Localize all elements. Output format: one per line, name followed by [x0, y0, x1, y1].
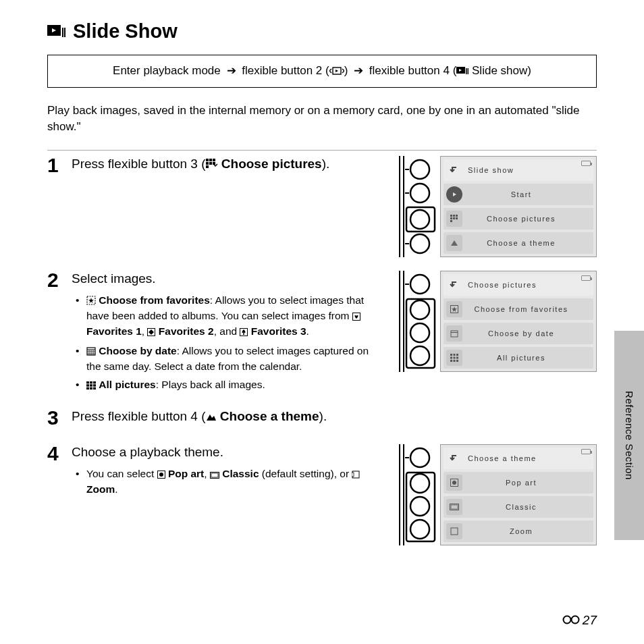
step-3: 3 Press flexible button 4 ( Choose a the…	[47, 403, 597, 433]
svg-point-17	[410, 160, 429, 179]
svg-rect-77	[211, 473, 218, 477]
camera-screen: Choose a theme Pop art Classic Zoom	[440, 444, 597, 545]
slideshow-small-icon	[456, 65, 468, 79]
step-text: Choose a playback theme.	[72, 444, 381, 461]
choose-pictures-icon	[206, 157, 218, 174]
bullet-choose-favorites: Choose from favorites: Allows you to sel…	[86, 294, 381, 340]
svg-rect-65	[450, 354, 452, 356]
menu-label: Start	[468, 190, 593, 198]
svg-rect-46	[86, 381, 89, 383]
camera-side-buttons	[387, 444, 436, 548]
menu-item-favorites[interactable]: Choose from favorites	[444, 298, 593, 320]
svg-rect-29	[450, 217, 452, 219]
page-title-row: Slide Show	[47, 20, 597, 43]
popart-icon	[446, 475, 462, 491]
menu-item-date[interactable]: Choose by date	[444, 323, 593, 344]
svg-rect-8	[466, 68, 467, 74]
zoom-icon	[446, 523, 462, 539]
svg-rect-90	[451, 528, 458, 535]
svg-rect-32	[450, 220, 452, 222]
svg-point-60	[410, 346, 429, 365]
svg-rect-26	[450, 215, 452, 217]
svg-rect-30	[453, 217, 455, 219]
menu-item-classic[interactable]: Classic	[444, 496, 593, 518]
grid-icon	[446, 211, 462, 227]
menu-header: Choose a theme	[444, 448, 593, 469]
page-number: 27	[562, 613, 597, 628]
calendar-small-icon	[446, 325, 462, 342]
menu-item-popart[interactable]: Pop art	[444, 472, 593, 493]
svg-rect-48	[93, 381, 96, 383]
menu-item-zoom[interactable]: Zoom	[444, 520, 593, 542]
svg-rect-16	[206, 165, 209, 168]
play-icon	[446, 186, 462, 203]
theme-icon	[446, 235, 462, 251]
spade-icon	[240, 326, 248, 340]
svg-rect-47	[90, 381, 92, 383]
menu-item-all[interactable]: All pictures	[444, 347, 593, 369]
menu-item-start[interactable]: Start	[444, 184, 593, 205]
side-tab-label: Reference Section	[624, 391, 635, 480]
svg-rect-69	[454, 356, 456, 358]
svg-rect-3	[64, 28, 65, 37]
step-1-figure: Slide show Start Choose pictures Choose …	[387, 156, 597, 260]
svg-rect-67	[456, 354, 458, 356]
svg-rect-71	[450, 360, 452, 362]
step-number: 2	[47, 270, 72, 290]
heart-icon	[352, 311, 360, 325]
camera-screen: Slide show Start Choose pictures Choose …	[440, 156, 597, 257]
svg-rect-52	[86, 387, 89, 390]
page-title: Slide Show	[73, 20, 178, 43]
svg-marker-5	[336, 70, 338, 72]
zoom-small-icon	[352, 468, 360, 483]
svg-rect-68	[450, 356, 452, 358]
menu-label: Classic	[468, 503, 593, 511]
svg-rect-51	[93, 384, 96, 386]
theme-icon	[206, 410, 217, 427]
svg-point-87	[452, 481, 456, 485]
svg-point-91	[563, 616, 570, 624]
svg-point-83	[410, 474, 429, 493]
svg-rect-12	[213, 159, 215, 161]
svg-marker-37	[149, 329, 154, 335]
all-pictures-icon	[86, 379, 96, 394]
camera-side-buttons	[387, 271, 436, 375]
bullet-themes: You can select Pop art, Classic (default…	[86, 467, 381, 497]
calendar-icon	[86, 346, 96, 360]
slideshow-icon	[47, 24, 66, 40]
battery-icon	[581, 275, 591, 281]
arrow-icon: ➔	[354, 64, 363, 77]
svg-point-58	[410, 300, 429, 319]
menu-label: Choose pictures	[468, 215, 593, 223]
svg-point-19	[410, 184, 429, 203]
battery-icon	[581, 449, 591, 454]
svg-rect-27	[453, 215, 455, 217]
playback-menu-icon	[329, 65, 344, 79]
classic-small-icon	[210, 468, 219, 483]
step-number: 1	[47, 155, 72, 176]
intro-text: Play back images, saved in the internal …	[47, 103, 597, 135]
arrow-icon: ➔	[227, 64, 236, 77]
svg-rect-15	[213, 162, 215, 165]
link-icon	[562, 613, 580, 628]
back-icon	[446, 450, 462, 466]
step-number: 4	[47, 444, 72, 464]
menu-label: Choose a theme	[468, 239, 593, 247]
step-1: 1 Press flexible button 3 ( Choose pictu…	[47, 151, 597, 260]
svg-rect-66	[454, 354, 456, 356]
nav-text: flexible button 2 (	[242, 64, 329, 77]
svg-rect-79	[352, 473, 354, 477]
favorites-icon	[86, 295, 96, 309]
back-icon	[446, 162, 462, 178]
back-icon	[446, 277, 462, 293]
menu-item-choose-pictures[interactable]: Choose pictures	[444, 208, 593, 230]
menu-item-choose-theme[interactable]: Choose a theme	[444, 232, 593, 254]
svg-point-80	[410, 448, 429, 467]
menu-label: Slide show	[468, 166, 593, 174]
svg-rect-50	[90, 384, 92, 386]
menu-label: Choose from favorites	[468, 305, 593, 313]
classic-icon	[446, 499, 462, 515]
svg-rect-31	[456, 217, 458, 219]
menu-label: Zoom	[468, 527, 593, 535]
svg-point-92	[571, 616, 579, 624]
